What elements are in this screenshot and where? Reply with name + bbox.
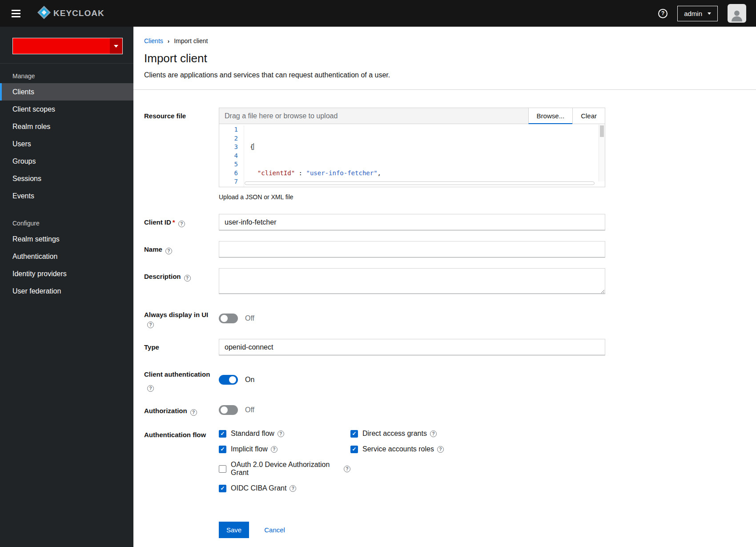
checkbox-service-accounts-roles[interactable]: Service accounts roles	[350, 445, 605, 453]
avatar[interactable]	[728, 4, 746, 23]
sidebar: Manage Clients Client scopes Realm roles…	[0, 27, 133, 547]
description-label: Description	[144, 268, 214, 296]
required-mark: *	[173, 218, 175, 226]
client-authentication-toggle[interactable]	[219, 375, 238, 385]
help-icon[interactable]	[344, 466, 350, 472]
description-textarea[interactable]	[219, 268, 605, 294]
checkbox-oidc-ciba-grant[interactable]: OIDC CIBA Grant	[219, 484, 350, 492]
actions-row: Save Cancel	[144, 503, 745, 538]
help-icon[interactable]	[165, 248, 172, 254]
toggle-state-label: Off	[245, 406, 254, 414]
keycloak-logo: KEYCLOAK	[36, 5, 105, 22]
help-icon[interactable]	[178, 221, 185, 227]
sidebar-item-events[interactable]: Events	[0, 187, 133, 205]
user-dropdown-label: admin	[684, 10, 702, 17]
checkbox-box[interactable]	[219, 446, 226, 453]
type-input[interactable]	[219, 339, 605, 355]
checkbox-box[interactable]	[219, 465, 226, 473]
name-row: Name	[144, 241, 745, 257]
keycloak-logo-icon	[36, 5, 52, 22]
json-code-editor[interactable]: 1 2 3 4 5 6 7 { "clientId" : "user-info-…	[219, 124, 605, 187]
name-input[interactable]	[219, 241, 605, 257]
sidebar-item-users[interactable]: Users	[0, 135, 133, 153]
help-icon[interactable]	[147, 322, 154, 328]
help-icon[interactable]	[147, 385, 154, 392]
sidebar-item-realm-roles[interactable]: Realm roles	[0, 118, 133, 135]
checkbox-implicit-flow[interactable]: Implicit flow	[219, 445, 350, 453]
top-bar: KEYCLOAK admin	[0, 0, 756, 27]
client-id-row: Client ID*	[144, 214, 745, 230]
always-display-toggle[interactable]	[219, 314, 238, 323]
user-dropdown[interactable]: admin	[677, 6, 718, 21]
checkbox-box[interactable]	[219, 485, 226, 492]
text-cursor	[253, 143, 254, 150]
always-display-row: Always display in UI Off	[144, 306, 745, 328]
sidebar-item-identity-providers[interactable]: Identity providers	[0, 265, 133, 282]
chevron-right-icon	[168, 38, 169, 44]
browse-button[interactable]: Browse...	[528, 108, 573, 124]
file-upload-input[interactable]: Drag a file here or browse to upload	[219, 108, 529, 124]
scrollbar-thumb[interactable]	[600, 125, 604, 137]
import-client-form: Resource file Drag a file here or browse…	[133, 90, 756, 538]
help-icon[interactable]	[437, 446, 444, 453]
cancel-button[interactable]: Cancel	[264, 526, 285, 534]
breadcrumb: Clients Import client	[133, 27, 756, 44]
help-icon[interactable]	[184, 275, 191, 282]
sidebar-item-groups[interactable]: Groups	[0, 153, 133, 170]
horizontal-scrollbar[interactable]	[245, 181, 598, 186]
help-icon[interactable]	[290, 485, 296, 492]
authorization-label: Authorization	[144, 402, 214, 416]
upload-helper-text: Upload a JSON or XML file	[219, 193, 605, 201]
authorization-row: Authorization Off	[144, 402, 745, 416]
sidebar-item-clients[interactable]: Clients	[0, 83, 133, 101]
client-authentication-label: Client authentication	[144, 366, 214, 392]
client-id-label: Client ID*	[144, 214, 214, 230]
help-icon[interactable]	[430, 430, 437, 437]
help-icon[interactable]	[658, 9, 668, 18]
brand-name: KEYCLOAK	[53, 8, 105, 18]
page-subtitle: Clients are applications and services th…	[133, 71, 756, 79]
breadcrumb-clients-link[interactable]: Clients	[144, 37, 163, 44]
sidebar-item-user-federation[interactable]: User federation	[0, 282, 133, 300]
type-row: Type	[144, 339, 745, 355]
checkbox-direct-access-grants[interactable]: Direct access grants	[350, 430, 605, 438]
type-label: Type	[144, 339, 214, 355]
chevron-down-icon	[708, 12, 711, 15]
checkbox-oauth-device-grant[interactable]: OAuth 2.0 Device Authorization Grant	[219, 461, 350, 477]
scrollbar-thumb[interactable]	[245, 181, 595, 185]
help-icon[interactable]	[277, 430, 284, 437]
toggle-state-label: On	[245, 376, 254, 384]
chevron-down-icon	[110, 38, 122, 54]
help-icon[interactable]	[271, 446, 277, 453]
code-line-numbers: 1 2 3 4 5 6 7	[219, 125, 244, 187]
sidebar-item-client-scopes[interactable]: Client scopes	[0, 101, 133, 118]
checkbox-standard-flow[interactable]: Standard flow	[219, 430, 350, 438]
resource-file-row: Resource file Drag a file here or browse…	[144, 108, 745, 201]
authentication-flow-row: Authentication flow Standard flow Direct…	[144, 426, 745, 492]
resource-file-label: Resource file	[144, 108, 214, 201]
checkbox-box[interactable]	[219, 430, 226, 438]
sidebar-item-authentication[interactable]: Authentication	[0, 248, 133, 265]
page-title: Import client	[133, 52, 756, 65]
checkbox-box[interactable]	[350, 430, 358, 438]
sidebar-item-sessions[interactable]: Sessions	[0, 170, 133, 187]
code-content: { "clientId" : "user-info-fetcher", "sur…	[244, 125, 605, 187]
toggle-state-label: Off	[245, 314, 254, 322]
realm-selector[interactable]	[12, 38, 123, 54]
client-id-input[interactable]	[219, 214, 605, 230]
description-row: Description	[144, 268, 745, 296]
menu-toggle-button[interactable]	[7, 4, 25, 22]
clear-button[interactable]: Clear	[572, 108, 605, 124]
name-label: Name	[144, 241, 214, 257]
main-content: Clients Import client Import client Clie…	[133, 27, 756, 547]
help-icon[interactable]	[190, 409, 197, 416]
nav-section-configure: Configure	[0, 205, 133, 230]
checkbox-box[interactable]	[350, 446, 358, 453]
sidebar-item-realm-settings[interactable]: Realm settings	[0, 230, 133, 248]
vertical-scrollbar[interactable]	[599, 125, 605, 181]
authorization-toggle[interactable]	[219, 405, 238, 415]
always-display-label: Always display in UI	[144, 306, 214, 328]
client-authentication-row: Client authentication On	[144, 366, 745, 392]
authentication-flow-label: Authentication flow	[144, 426, 214, 492]
save-button[interactable]: Save	[219, 522, 249, 538]
